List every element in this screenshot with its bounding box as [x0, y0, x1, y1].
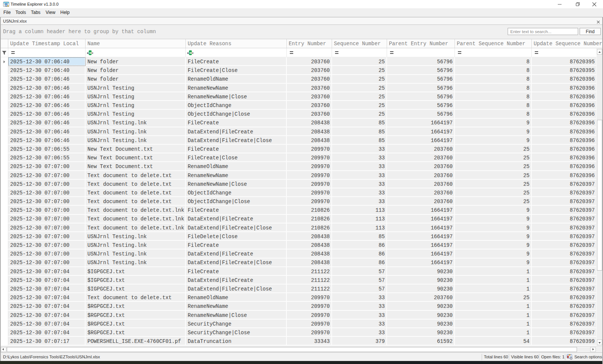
- svg-text:c: c: [92, 51, 93, 55]
- svg-text:c: c: [192, 51, 193, 55]
- svg-text:B: B: [89, 51, 92, 55]
- svg-text:a: a: [87, 51, 89, 55]
- svg-text:B: B: [190, 51, 192, 55]
- svg-text:a: a: [187, 51, 189, 55]
